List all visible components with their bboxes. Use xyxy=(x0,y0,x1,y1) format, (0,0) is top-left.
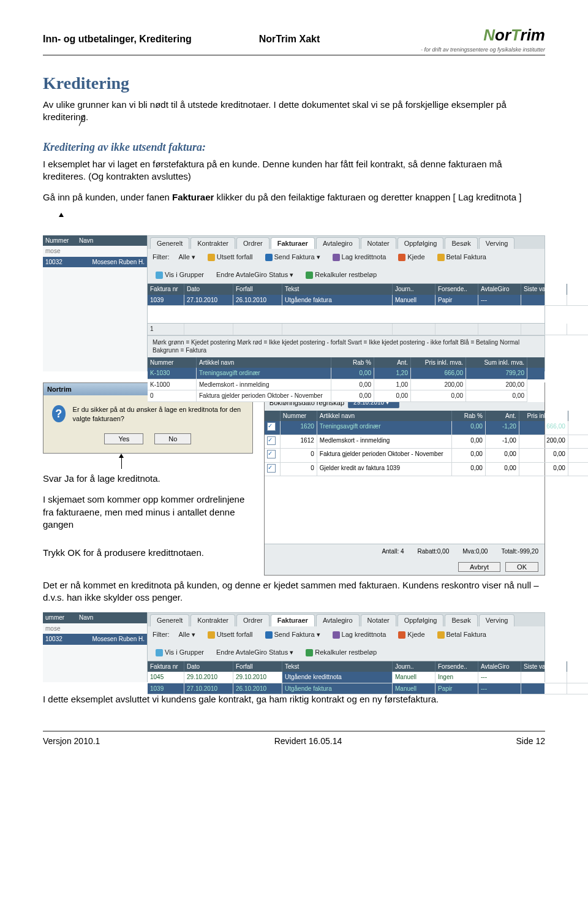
lines-columns: NummerArtikkel navnRab %Ant.Pris inkl. m… xyxy=(148,357,545,368)
tab-bar: Generelt Kontrakter Ordrer Fakturaer Avt… xyxy=(148,236,545,249)
order-row[interactable]: 1620Treningsavgift ordinær0,00-1,20666,0… xyxy=(265,421,545,435)
screenshot-result: ummerNavn mose 10032Mosesen Ruben H. Gen… xyxy=(43,612,545,682)
credit-icon xyxy=(333,254,340,261)
customer-row[interactable]: 10032Mosesen Ruben H. xyxy=(43,634,147,645)
paragraph-5: I skjemaet som kommer opp kommer ordreli… xyxy=(43,493,253,531)
vis-grupper-button[interactable]: Vis i Grupper xyxy=(153,269,207,281)
kjede-button[interactable]: Kjede xyxy=(395,251,428,263)
paragraph-8: I dette eksemplet avsluttet vi kundens g… xyxy=(43,693,545,705)
tab-fakturaer[interactable]: Fakturaer xyxy=(271,614,315,626)
avbryt-button[interactable]: Avbryt xyxy=(458,562,500,572)
order-columns: NummerArtikkel navnRab %Ant.Pris inkl. m… xyxy=(265,411,545,422)
betal-faktura-button[interactable]: Betal Faktura xyxy=(434,629,489,641)
betal-faktura-button[interactable]: Betal Faktura xyxy=(434,251,489,263)
checkbox-icon xyxy=(267,436,276,445)
heading-1: Kreditering xyxy=(43,72,545,95)
kjede-button[interactable]: Kjede xyxy=(395,629,428,641)
group-icon xyxy=(156,649,163,656)
page-footer: Versjon 2010.1 Revidert 16.05.14 Side 12 xyxy=(43,731,545,747)
calc-icon xyxy=(306,272,313,279)
clock-icon xyxy=(208,254,215,261)
logo-tagline: - for drift av treningssentere og fysika… xyxy=(421,46,545,53)
rekalkuler-button[interactable]: Rekalkuler restbeløp xyxy=(303,269,380,281)
paragraph-4: Svar Ja for å lage kreditnota. xyxy=(43,473,253,485)
filter-input[interactable]: mose xyxy=(43,246,147,257)
tab-fakturaer[interactable]: Fakturaer xyxy=(271,237,315,249)
document-header: Inn- og utbetalinger, Kreditering NorTri… xyxy=(43,25,545,56)
endre-avtalegiro-button[interactable]: Endre AvtaleGiro Status ▾ xyxy=(213,647,296,658)
dialog-message: Er du sikker på at du ønsker å lage en k… xyxy=(73,405,244,424)
paragraph-3: Gå inn på kunden, under fanen Fakturaer … xyxy=(43,191,545,203)
sum-row: 1999,00999,00 xyxy=(148,324,545,335)
credit-icon xyxy=(333,631,340,639)
utsett-forfall-button[interactable]: Utsett forfall xyxy=(205,251,256,263)
send-faktura-button[interactable]: Send Faktura ▾ xyxy=(262,629,323,641)
toolbar: Filter: Alle ▾ Utsett forfall Send Faktu… xyxy=(148,249,545,284)
utsett-forfall-button[interactable]: Utsett forfall xyxy=(205,629,256,641)
checkbox-icon xyxy=(267,422,276,431)
paragraph-7: Det er nå kommet en kreditnota på kunden… xyxy=(43,579,545,604)
tab-notater[interactable]: Notater xyxy=(361,237,396,249)
tab-oppfolging[interactable]: Oppfølging xyxy=(398,614,444,626)
send-icon xyxy=(265,631,273,639)
question-icon: ? xyxy=(52,405,66,422)
chain-icon xyxy=(398,254,405,261)
legend-text: Mørk grønn = Kjedet postering Mørk rød =… xyxy=(148,335,545,357)
tab-avtalegiro[interactable]: Avtalegiro xyxy=(316,237,360,249)
line-row[interactable]: K-1000Medlemskort - innmelding0,001,0020… xyxy=(148,379,545,391)
order-row[interactable]: 0Gjelder kredit av faktura 10390,000,000… xyxy=(265,463,545,477)
tab-ordrer[interactable]: Ordrer xyxy=(236,237,270,249)
tab-besok[interactable]: Besøk xyxy=(445,237,477,249)
tab-generelt[interactable]: Generelt xyxy=(150,237,189,249)
filter-dropdown[interactable]: Alle ▾ xyxy=(176,629,198,641)
logo: NorTrim xyxy=(421,25,545,46)
tab-ordrer[interactable]: Ordrer xyxy=(236,614,270,626)
coins-icon xyxy=(437,254,445,261)
paragraph-intro: Av ulike grunner kan vi bli nødt til å u… xyxy=(43,99,545,124)
tab-verving[interactable]: Verving xyxy=(479,614,515,626)
tab-verving[interactable]: Verving xyxy=(479,237,515,249)
line-row[interactable]: K-1030Treningsavgift ordinær0,001,20666,… xyxy=(148,368,545,379)
line-row[interactable]: 0Faktura gjelder perioden Oktober - Nove… xyxy=(148,390,545,402)
invoice-row[interactable]: 103927.10.201026.10.2010Utgående faktura… xyxy=(148,295,545,306)
coins-icon xyxy=(437,631,445,639)
tab-avtalegiro[interactable]: Avtalegiro xyxy=(316,614,360,626)
tab-oppfolging[interactable]: Oppfølging xyxy=(398,237,444,249)
send-faktura-button[interactable]: Send Faktura ▾ xyxy=(262,251,323,263)
group-icon xyxy=(156,272,163,279)
invoice-row[interactable]: 103927.10.201026.10.2010Utgående faktura… xyxy=(148,683,545,695)
clock-icon xyxy=(208,631,215,639)
checkbox-icon xyxy=(267,464,276,473)
customer-row[interactable]: 10032Mosesen Ruben H. xyxy=(43,257,147,268)
tab-besok[interactable]: Besøk xyxy=(445,614,477,626)
screenshot-fakturaer: NummerNavn mose 10032Mosesen Ruben H. Ge… xyxy=(43,235,545,371)
invoice-row[interactable]: 104529.10.201029.10.2010Utgående kreditt… xyxy=(148,672,545,683)
lag-kredittnota-button[interactable]: Lag kredittnota xyxy=(330,629,390,641)
totals-row: Antall: 4 Rabatt:0,00 Mva:0,00 Totalt:-9… xyxy=(265,544,545,559)
tab-kontrakter[interactable]: Kontrakter xyxy=(190,237,235,249)
calc-icon xyxy=(306,649,313,656)
ok-button[interactable]: OK xyxy=(505,562,538,572)
dialog-title: Nortrim xyxy=(47,385,72,394)
no-button[interactable]: No xyxy=(154,433,191,444)
header-app: NorTrim Xakt xyxy=(259,32,320,46)
endre-avtalegiro-button[interactable]: Endre AvtaleGiro Status ▾ xyxy=(213,269,296,281)
vis-grupper-button[interactable]: Vis i Grupper xyxy=(153,647,207,658)
lag-kredittnota-button[interactable]: Lag kredittnota xyxy=(330,251,390,263)
filter-input[interactable]: mose xyxy=(43,623,147,634)
tab-kontrakter[interactable]: Kontrakter xyxy=(190,614,235,626)
paragraph-2: I eksemplet har vi laget en førstefaktur… xyxy=(43,158,545,183)
tab-generelt[interactable]: Generelt xyxy=(150,614,189,626)
rekalkuler-button[interactable]: Rekalkuler restbeløp xyxy=(303,647,380,658)
filter-dropdown[interactable]: Alle ▾ xyxy=(176,251,198,263)
send-icon xyxy=(265,254,273,261)
yes-button[interactable]: Yes xyxy=(104,433,143,444)
invoice-columns: Faktura nrDatoForfallTekstJourn..Forsend… xyxy=(148,284,545,295)
footer-version: Versjon 2010.1 xyxy=(43,736,100,747)
tab-notater[interactable]: Notater xyxy=(361,614,396,626)
footer-revised: Revidert 16.05.14 xyxy=(274,736,342,747)
checkbox-icon xyxy=(267,450,276,458)
order-row[interactable]: 1612Medlemskort - innmelding0,00-1,00200… xyxy=(265,435,545,449)
footer-page: Side 12 xyxy=(516,736,545,747)
order-row[interactable]: 0Faktura gjelder perioden Oktober - Nove… xyxy=(265,449,545,463)
